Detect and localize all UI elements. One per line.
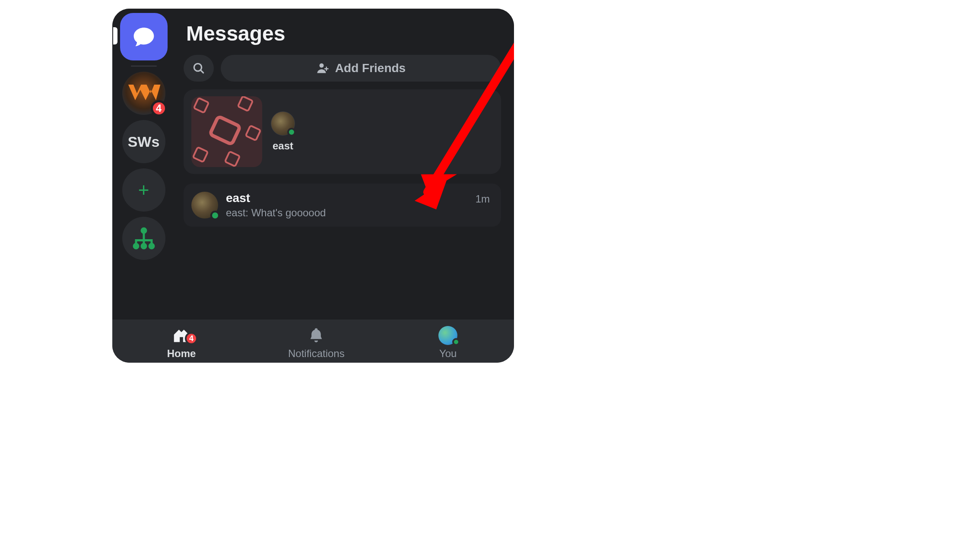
nav-you[interactable]: You xyxy=(437,325,459,360)
bell-icon xyxy=(308,327,325,344)
search-button[interactable] xyxy=(184,55,214,82)
dm-text: east east: What's goooood xyxy=(226,191,468,219)
hub-tree-icon xyxy=(132,227,155,250)
dm-home-button[interactable] xyxy=(120,13,168,60)
main-column: Messages Add Friends xyxy=(175,9,514,320)
nav-home-badge: 4 xyxy=(185,332,198,345)
nav-notifications-label: Notifications xyxy=(288,348,345,360)
svg-point-2 xyxy=(142,244,146,248)
server-icon-w[interactable]: 4 xyxy=(122,72,165,115)
add-friends-label: Add Friends xyxy=(335,61,406,75)
svg-point-3 xyxy=(149,244,154,248)
dm-avatar-wrap xyxy=(191,192,218,218)
svg-point-6 xyxy=(319,63,324,68)
chat-bubble-icon xyxy=(132,25,156,49)
rail-separator xyxy=(131,66,157,66)
app-frame: 4 SWs + Messages xyxy=(112,9,514,363)
add-server-button[interactable]: + xyxy=(122,168,165,212)
nav-notifications[interactable]: Notifications xyxy=(288,325,345,360)
dm-name: east xyxy=(226,191,468,205)
plus-icon: + xyxy=(138,179,149,201)
server-badge: 4 xyxy=(151,100,167,117)
nav-home[interactable]: 4 Home xyxy=(167,325,196,360)
dm-preview: east: What's goooood xyxy=(226,207,468,219)
svg-point-1 xyxy=(134,244,138,248)
add-friend-icon xyxy=(316,62,329,75)
server-sws-label: SWs xyxy=(128,133,160,150)
discovery-button[interactable] xyxy=(122,217,165,260)
svg-point-0 xyxy=(142,228,146,233)
svg-line-5 xyxy=(200,70,203,73)
dm-conversation-row[interactable]: east east: What's goooood 1m xyxy=(184,184,501,227)
status-online-icon xyxy=(452,338,460,346)
nav-you-label: You xyxy=(439,348,457,360)
avatar-wrap xyxy=(271,111,295,136)
server-icon-sws[interactable]: SWs xyxy=(122,120,165,163)
rail-active-indicator xyxy=(113,27,117,44)
status-online-icon xyxy=(287,128,296,136)
page-title: Messages xyxy=(186,22,501,45)
bottom-nav: 4 Home Notifications You xyxy=(112,320,514,363)
active-now-panel: east xyxy=(184,89,501,174)
search-icon xyxy=(192,61,206,75)
server-rail: 4 SWs + xyxy=(112,9,175,320)
active-now-user[interactable]: east xyxy=(271,111,295,152)
dm-timestamp: 1m xyxy=(476,193,490,205)
status-online-icon xyxy=(210,211,220,220)
nav-home-label: Home xyxy=(167,348,196,360)
active-now-activity-tile[interactable] xyxy=(191,96,262,167)
add-friends-button[interactable]: Add Friends xyxy=(221,55,501,82)
top-actions: Add Friends xyxy=(184,55,501,82)
app-body: 4 SWs + Messages xyxy=(112,9,514,320)
active-user-name: east xyxy=(273,140,293,152)
